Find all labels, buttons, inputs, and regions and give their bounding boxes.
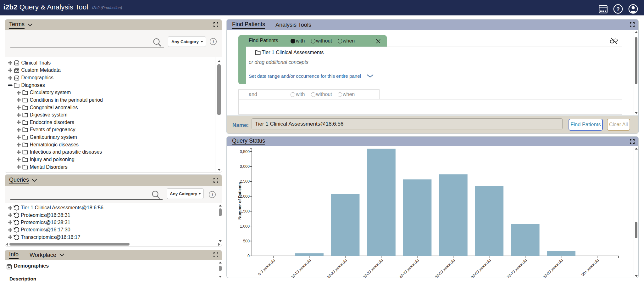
svg-text:40-49 years old: 40-49 years old bbox=[398, 258, 420, 278]
svg-text:90+ years old: 90+ years old bbox=[580, 258, 600, 277]
svg-text:3,000: 3,000 bbox=[240, 164, 250, 169]
svg-text:i: i bbox=[213, 39, 214, 44]
svg-text:3,500: 3,500 bbox=[240, 150, 250, 154]
svg-text:10-19 years old: 10-19 years old bbox=[290, 258, 312, 278]
svg-text:500: 500 bbox=[243, 239, 250, 243]
svg-text:?: ? bbox=[616, 6, 619, 12]
svg-text:80-89 years old: 80-89 years old bbox=[542, 258, 564, 278]
svg-text:0-9 years old: 0-9 years old bbox=[257, 258, 276, 276]
svg-text:60-69 years old: 60-69 years old bbox=[470, 258, 492, 278]
svg-text:30-39 years old: 30-39 years old bbox=[362, 258, 384, 278]
svg-text:50-59 years old: 50-59 years old bbox=[434, 258, 456, 278]
svg-text:1,000: 1,000 bbox=[240, 224, 250, 229]
svg-text:70-79 years old: 70-79 years old bbox=[506, 258, 528, 278]
svg-text:i: i bbox=[212, 192, 213, 197]
svg-text:20-29 years old: 20-29 years old bbox=[326, 258, 348, 278]
svg-text:Number of Patients: Number of Patients bbox=[237, 182, 242, 219]
svg-text:0: 0 bbox=[247, 254, 250, 258]
